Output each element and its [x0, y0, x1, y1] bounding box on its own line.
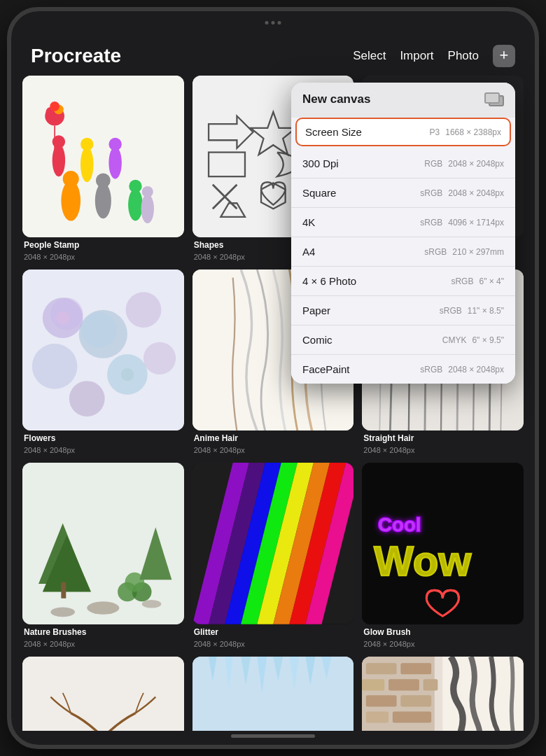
canvas-option-square[interactable]: Square sRGB 2048 × 2048px	[291, 178, 515, 208]
popup-overlay: New canvas Screen Size P3 1668 × 2388px …	[11, 76, 535, 745]
popup-item-dimensions: 4096 × 1714px	[448, 218, 504, 227]
canvas-option-300dpi[interactable]: 300 Dpi RGB 2048 × 2048px	[291, 149, 515, 178]
new-canvas-button[interactable]: +	[493, 45, 515, 67]
layers-icon	[484, 92, 504, 106]
popup-item-dimensions: 210 × 297mm	[452, 247, 504, 257]
popup-item-color-profile: CMYK	[442, 335, 467, 345]
popup-title: New canvas	[302, 92, 370, 106]
popup-item-dimensions: 11" × 8.5"	[468, 306, 504, 316]
popup-item-label: 4K	[302, 216, 420, 228]
ipad-screen: Procreate Select Import Photo +	[11, 11, 535, 745]
popup-item-label: Screen Size	[305, 126, 430, 138]
app-header: Procreate Select Import Photo +	[11, 36, 535, 76]
canvas-option-facepaint[interactable]: FacePaint sRGB 2048 × 2048px	[291, 355, 515, 384]
popup-item-dimensions: 2048 × 2048px	[448, 159, 504, 169]
select-button[interactable]: Select	[353, 49, 386, 63]
popup-item-color-profile: RGB	[424, 159, 442, 169]
popup-item-color-profile: sRGB	[420, 365, 442, 374]
popup-item-label: 4 × 6 Photo	[302, 275, 451, 287]
app-title: Procreate	[31, 45, 353, 67]
popup-item-color-profile: sRGB	[451, 276, 473, 286]
popup-item-dimensions: 2048 × 2048px	[448, 365, 504, 374]
popup-item-dimensions: 1668 × 2388px	[445, 127, 501, 137]
popup-item-label: Square	[302, 187, 420, 199]
popup-item-color-profile: sRGB	[440, 306, 462, 316]
plus-icon: +	[500, 48, 509, 63]
new-canvas-popup: New canvas Screen Size P3 1668 × 2388px …	[291, 83, 515, 384]
popup-canvas-list: Screen Size P3 1668 × 2388px 300 Dpi RGB…	[291, 118, 515, 384]
canvas-option-a4[interactable]: A4 sRGB 210 × 297mm	[291, 237, 515, 267]
header-actions: Select Import Photo +	[353, 45, 515, 67]
canvas-option-comic[interactable]: Comic CMYK 6" × 9.5"	[291, 326, 515, 355]
popup-item-label: Comic	[302, 334, 442, 346]
popup-item-dimensions: 6" × 4"	[479, 276, 504, 286]
canvas-option-4k[interactable]: 4K sRGB 4096 × 1714px	[291, 208, 515, 237]
popup-item-label: A4	[302, 246, 424, 258]
popup-item-label: FacePaint	[302, 363, 420, 375]
popup-item-dimensions: 6" × 9.5"	[472, 335, 504, 345]
ipad-frame: Procreate Select Import Photo +	[7, 7, 539, 749]
canvas-option-4x6photo[interactable]: 4 × 6 Photo sRGB 6" × 4"	[291, 267, 515, 296]
popup-item-color-profile: P3	[430, 127, 440, 137]
popup-item-label: Paper	[302, 304, 440, 316]
top-camera-dots	[265, 21, 281, 24]
popup-item-color-profile: sRGB	[420, 218, 442, 227]
popup-item-color-profile: sRGB	[420, 188, 442, 198]
popup-item-label: 300 Dpi	[302, 158, 424, 169]
canvas-option-screen-size[interactable]: Screen Size P3 1668 × 2388px	[295, 118, 511, 146]
popup-item-color-profile: sRGB	[424, 247, 447, 257]
canvas-option-paper[interactable]: Paper sRGB 11" × 8.5"	[291, 296, 515, 326]
photo-button[interactable]: Photo	[448, 49, 479, 63]
import-button[interactable]: Import	[400, 49, 433, 63]
popup-header: New canvas	[291, 83, 515, 115]
popup-item-dimensions: 2048 × 2048px	[448, 188, 504, 198]
